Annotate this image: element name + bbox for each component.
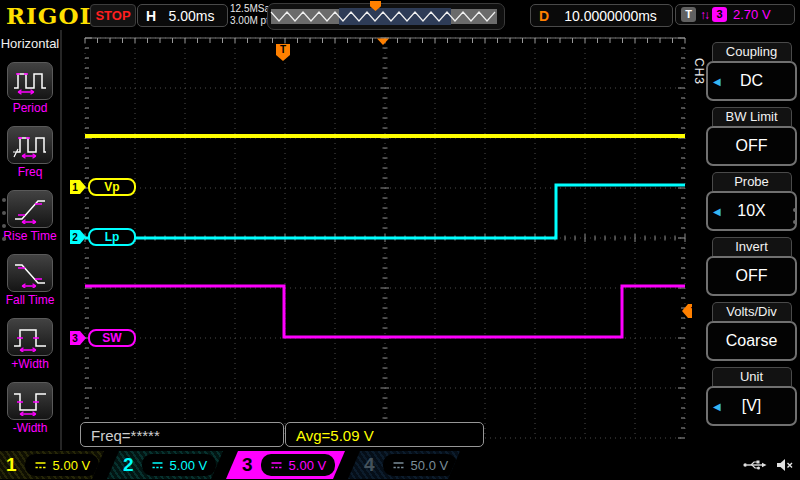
menu-item-title: Probe [712, 172, 792, 191]
top-status-bar: RIGOL STOP H 5.00ms 12.5MSa/s 3.00M pts … [0, 0, 800, 30]
delay-marker-icon [377, 39, 389, 46]
menu-item-title: Invert [712, 237, 792, 256]
menu-item-value: OFF [736, 137, 768, 155]
menu-item-coupling[interactable]: Coupling ◀DC [706, 42, 797, 101]
channel-scale-box: 5.00 V [142, 454, 217, 476]
dc-coupling-icon [34, 460, 47, 470]
menu-item-value-box[interactable]: ◀OFF [706, 256, 797, 296]
svg-text:3: 3 [72, 333, 78, 344]
trace-label-ch1[interactable]: Vp [88, 178, 136, 196]
menu-item-value: OFF [736, 267, 768, 285]
menu-item-invert[interactable]: Invert ◀OFF [706, 237, 797, 296]
menu-item-bw-limit[interactable]: BW Limit ◀OFF [706, 107, 797, 166]
plus-width-icon [7, 318, 53, 356]
options-triangle-icon: ◀ [713, 206, 721, 217]
channel-settings-menu: CH3 Coupling ◀DC BW Limit ◀OFF Probe ◀10… [692, 30, 800, 450]
channel-status-bar: 1 5.00 V 2 5.00 V 3 5.00 V 4 50.0 V [0, 450, 800, 480]
measure-item-label: Period [0, 101, 60, 115]
measurement-freq: Freq=***** [80, 422, 284, 447]
menu-page-dot [2, 237, 6, 241]
period-icon [7, 62, 53, 100]
channel-tab-label: CH3 [692, 58, 706, 85]
memory-waveform-preview[interactable] [267, 3, 505, 30]
menu-page-dot [2, 211, 6, 215]
trigger-prefix: T [681, 7, 696, 22]
measure-item-rise-time[interactable]: Rise Time [0, 190, 60, 243]
channel-scale-box: 50.0 V [383, 454, 458, 476]
menu-item-value-box[interactable]: ◀DC [706, 61, 797, 101]
channel-scale: 5.00 V [170, 458, 208, 473]
channel-scale: 5.00 V [53, 458, 91, 473]
measure-item-minus-width[interactable]: -Width [0, 382, 60, 435]
waveform-grid: 123TT [62, 30, 710, 450]
measure-item-plus-width[interactable]: +Width [0, 318, 60, 371]
menu-item-title: Volts/Div [712, 302, 792, 321]
measure-item-fall-time[interactable]: Fall Time [0, 254, 60, 307]
measure-item-label: Freq [0, 165, 60, 179]
channel-scale-box: 5.00 V [25, 454, 100, 476]
menu-page-dot [793, 220, 797, 224]
horizontal-prefix: H [146, 8, 156, 24]
menu-page-dot [2, 198, 6, 202]
channel-scale-box: 5.00 V [261, 454, 336, 476]
channel-scale: 50.0 V [411, 458, 449, 473]
menu-item-volts-div[interactable]: Volts/Div ◀Coarse [706, 302, 797, 361]
channel-3-status[interactable]: 3 5.00 V [226, 451, 345, 479]
run-state-indicator[interactable]: STOP [90, 4, 136, 27]
preview-waveform-icon [268, 4, 502, 27]
menu-item-value: [V] [742, 397, 762, 415]
usb-icon [743, 458, 767, 472]
channel-number: 3 [242, 454, 253, 476]
horizontal-measure-menu: Horizontal Period Freq [0, 30, 62, 450]
delay-box[interactable]: D 10.0000000ms [530, 4, 673, 27]
menu-item-value-box[interactable]: ◀10X [706, 191, 797, 231]
trace-label-ch2[interactable]: Lp [88, 228, 136, 246]
freq-icon [7, 126, 53, 164]
menu-item-value: 10X [737, 202, 765, 220]
menu-item-probe[interactable]: Probe ◀10X [706, 172, 797, 231]
svg-text:1: 1 [72, 182, 78, 193]
menu-item-value: DC [740, 72, 763, 90]
channel-number: 1 [6, 454, 17, 476]
waveform-display-area: 123TT Vp Lp SW Freq=***** Avg=5.09 V [62, 30, 692, 450]
channel-4-status[interactable]: 4 50.0 V [348, 451, 460, 479]
delay-value: 10.0000000ms [549, 8, 672, 24]
channel-scale: 5.00 V [289, 458, 327, 473]
measure-item-label: +Width [0, 357, 60, 371]
dc-coupling-icon [270, 460, 283, 470]
horizontal-scale-value: 5.00ms [156, 8, 227, 24]
fall-time-icon [7, 254, 53, 292]
horizontal-scale-box[interactable]: H 5.00ms [137, 4, 228, 27]
options-triangle-icon: ◀ [713, 401, 721, 412]
menu-item-title: BW Limit [712, 107, 792, 126]
menu-item-title: Unit [712, 367, 792, 386]
measurement-avg: Avg=5.09 V [285, 422, 484, 447]
measure-menu-title: Horizontal [0, 36, 60, 51]
dc-coupling-icon [151, 460, 164, 470]
rise-time-icon [7, 190, 53, 228]
measure-item-label: Rise Time [0, 229, 60, 243]
svg-text:T: T [280, 44, 286, 55]
trigger-source-badge: 3 [712, 7, 727, 22]
measure-item-period[interactable]: Period [0, 62, 60, 115]
channel-2-status[interactable]: 2 5.00 V [107, 451, 223, 479]
menu-item-value-box[interactable]: ◀[V] [706, 386, 797, 426]
trace-ch2 [85, 185, 685, 238]
menu-item-unit[interactable]: Unit ◀[V] [706, 367, 797, 426]
measure-item-freq[interactable]: Freq [0, 126, 60, 179]
trace-label-ch3[interactable]: SW [88, 329, 136, 347]
menu-item-value-box[interactable]: ◀Coarse [706, 321, 797, 361]
brand-logo: RIGOL [6, 2, 97, 29]
svg-text:2: 2 [72, 232, 78, 243]
menu-item-value-box[interactable]: ◀OFF [706, 126, 797, 166]
channel-1-status[interactable]: 1 5.00 V [0, 451, 104, 479]
trigger-info-box[interactable]: T ↑↓ 3 2.70 V [675, 4, 795, 25]
measure-item-label: -Width [0, 421, 60, 435]
menu-item-title: Coupling [712, 42, 792, 61]
options-triangle-icon: ◀ [713, 76, 721, 87]
menu-item-value: Coarse [726, 332, 778, 350]
delay-prefix: D [539, 8, 549, 24]
speaker-muted-icon [776, 458, 794, 472]
trigger-level-value: 2.70 V [733, 7, 771, 22]
channel-number: 4 [364, 454, 375, 476]
